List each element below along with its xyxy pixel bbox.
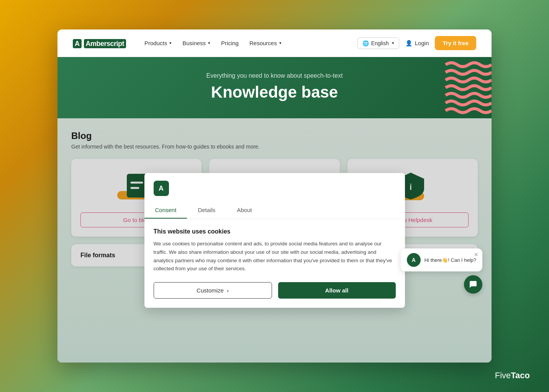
chat-widget: A Hi there👋! Can I help? ✕ bbox=[401, 248, 482, 294]
browser-window: AAmberscript Products ▾ Business ▾ Prici… bbox=[57, 29, 492, 363]
hero-section: Everything you need to know about speech… bbox=[57, 57, 492, 118]
products-chevron-icon: ▾ bbox=[169, 41, 172, 46]
chat-close-button[interactable]: ✕ bbox=[474, 252, 479, 258]
allow-all-button[interactable]: Allow all bbox=[278, 282, 396, 299]
chat-avatar: A bbox=[407, 253, 421, 267]
nav-pricing[interactable]: Pricing bbox=[221, 40, 239, 46]
nav-business[interactable]: Business ▾ bbox=[182, 40, 210, 46]
try-free-button[interactable]: Try it free bbox=[435, 36, 476, 50]
resources-chevron-icon: ▾ bbox=[279, 41, 282, 46]
hero-decoration bbox=[442, 57, 492, 118]
tab-consent[interactable]: Consent bbox=[144, 202, 187, 219]
login-button[interactable]: 👤 Login bbox=[405, 40, 429, 47]
modal-tabs: Consent Details About bbox=[144, 202, 405, 219]
logo: AAmberscript bbox=[73, 38, 128, 48]
modal-actions: Customize › Allow all bbox=[154, 282, 396, 299]
modal-logo: A bbox=[154, 181, 169, 196]
business-chevron-icon: ▾ bbox=[208, 41, 210, 46]
hero-subtitle: Everything you need to know about speech… bbox=[57, 72, 492, 79]
wavy-pattern-icon bbox=[442, 57, 492, 118]
language-selector[interactable]: 🌐 English ▾ bbox=[357, 38, 399, 49]
chevron-right-icon: › bbox=[227, 287, 229, 294]
tab-details[interactable]: Details bbox=[187, 202, 226, 219]
content-area: Blog Get informed with the best resource… bbox=[57, 118, 492, 363]
nav-resources[interactable]: Resources ▾ bbox=[249, 40, 282, 46]
cookie-description: We use cookies to personalise content an… bbox=[154, 240, 396, 273]
navbar: AAmberscript Products ▾ Business ▾ Prici… bbox=[57, 29, 492, 57]
nav-products[interactable]: Products ▾ bbox=[144, 40, 172, 46]
modal-overlay: A Consent Details About This website use… bbox=[57, 118, 492, 363]
hero-title: Knowledge base bbox=[57, 83, 492, 101]
chat-bubble: A Hi there👋! Can I help? ✕ bbox=[401, 248, 482, 271]
nav-links: Products ▾ Business ▾ Pricing Resources … bbox=[144, 40, 345, 46]
cookie-title: This website uses cookies bbox=[154, 228, 396, 235]
cookie-modal: A Consent Details About This website use… bbox=[144, 173, 405, 307]
customize-button[interactable]: Customize › bbox=[154, 282, 272, 299]
user-icon: 👤 bbox=[405, 40, 413, 47]
logo-icon: A bbox=[73, 39, 82, 48]
chat-launcher-button[interactable] bbox=[464, 275, 482, 294]
nav-right: 🌐 English ▾ 👤 Login Try it free bbox=[357, 36, 476, 50]
globe-icon: 🌐 bbox=[362, 40, 369, 46]
chat-launcher-icon bbox=[469, 280, 478, 289]
modal-body: This website uses cookies We use cookies… bbox=[144, 219, 405, 307]
chat-message: Hi there👋! Can I help? bbox=[424, 257, 476, 263]
lang-chevron-icon: ▾ bbox=[392, 41, 394, 46]
tab-about[interactable]: About bbox=[226, 202, 262, 219]
fivetaco-watermark: FiveTaco bbox=[495, 371, 530, 381]
modal-header: A bbox=[144, 173, 405, 196]
